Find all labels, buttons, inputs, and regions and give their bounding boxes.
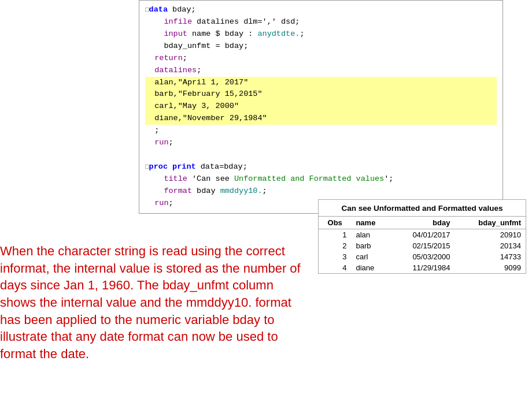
code-data-line: □data bday; [145, 4, 497, 16]
cell-bday: 11/29/1984 [391, 262, 455, 273]
code-bday-unfmt-line: bday_unfmt = bday; [145, 40, 497, 53]
format-var: bday [192, 187, 220, 195]
cell-bday-unfmt: 14733 [455, 251, 526, 262]
input-indent [145, 29, 164, 38]
infile-rest: datalines dlm=',' dsd; [192, 17, 300, 26]
code-datalines-line: datalines; [145, 65, 497, 77]
data-keyword: data [149, 5, 168, 14]
cell-bday: 05/03/2000 [391, 251, 455, 262]
run2-keyword: run [154, 199, 168, 207]
cell-name: carl [351, 251, 390, 262]
explanation-text: When the character string is read using … [0, 243, 312, 363]
collapse-icon[interactable]: □ [145, 6, 149, 13]
code-semicolon-line: ; [145, 125, 497, 137]
run1-semi: ; [169, 138, 173, 147]
code-blank-line [145, 149, 497, 161]
code-data-row3: carl,"May 3, 2000" [145, 101, 497, 113]
format-keyword: format [164, 187, 192, 195]
datalines-indent [145, 66, 154, 75]
return-semi: ; [183, 54, 187, 62]
code-return-line: return; [145, 53, 497, 65]
proc-keyword: proc [149, 162, 168, 171]
cell-bday-unfmt: 20134 [455, 240, 526, 251]
col-name-header: name [351, 217, 390, 229]
anydtdte-text: anydtdte. [257, 29, 300, 38]
col-obs-header: Obs [319, 217, 351, 229]
code-data-row1: alan,"April 1, 2017" [145, 77, 497, 89]
infile-text [145, 17, 164, 26]
code-data-row2: barb,"February 15,2015" [145, 88, 497, 101]
infile-keyword: infile [164, 17, 192, 26]
print-keyword: print [168, 162, 196, 171]
col-bday-unfmt-header: bday_unfmt [455, 217, 526, 229]
code-block: □data bday; infile datalines dlm=',' dsd… [139, 0, 503, 214]
table-row: 4 diane 11/29/1984 9099 [319, 262, 526, 273]
output-table: Obs name bday bday_unfmt 1 alan 04/01/20… [319, 216, 526, 273]
bday-unfmt-text: bday_unfmt = bday; [145, 42, 248, 50]
cell-bday-unfmt: 9099 [455, 262, 526, 273]
data-name-text: bday; [168, 5, 196, 14]
code-title-line: title 'Can see Unformatted and Formatted… [145, 173, 497, 185]
cell-name: alan [351, 229, 390, 241]
code-data-row4: diane,"November 29,1984" [145, 113, 497, 125]
code-infile-line: infile datalines dlm=',' dsd; [145, 16, 497, 28]
format-semi: ; [263, 187, 267, 195]
title-indent [145, 174, 164, 183]
cell-bday: 02/15/2015 [391, 240, 455, 251]
table-row: 1 alan 04/01/2017 20910 [319, 229, 526, 241]
format-indent [145, 187, 164, 195]
cell-bday-unfmt: 20910 [455, 229, 526, 241]
cell-obs: 2 [319, 240, 351, 251]
code-input-line: input name $ bday : anydtdte.; [145, 28, 497, 40]
table-row: 3 carl 05/03/2000 14733 [319, 251, 526, 262]
proc-data-text: data=bday; [196, 162, 247, 171]
table-header-row: Obs name bday bday_unfmt [319, 217, 526, 229]
title-colored: Unformatted and Formatted values [234, 174, 384, 183]
title-keyword: title [164, 174, 187, 183]
title-rest: 'Can see [187, 174, 234, 183]
code-format-line: format bday mmddyy10.; [145, 185, 497, 198]
output-table-container: Can see Unformatted and Formatted values… [318, 199, 526, 274]
datalines-semi: ; [197, 66, 201, 75]
cell-name: barb [351, 240, 390, 251]
input-rest: name $ bday : [187, 29, 258, 38]
cell-obs: 1 [319, 229, 351, 241]
return-keyword: return [154, 54, 183, 62]
return-indent [145, 54, 154, 62]
code-run1-line: run; [145, 137, 497, 149]
run1-indent [145, 138, 154, 147]
cell-name: diane [351, 262, 390, 273]
cell-obs: 3 [319, 251, 351, 262]
input-keyword: input [164, 29, 187, 38]
run1-keyword: run [154, 138, 168, 147]
collapse-icon2[interactable]: □ [145, 163, 149, 170]
datalines-keyword: datalines [154, 66, 197, 75]
run2-semi: ; [169, 199, 173, 207]
input-semi: ; [300, 29, 304, 38]
code-proc-line: □proc print data=bday; [145, 161, 497, 173]
format-name: mmddyy10. [220, 187, 263, 195]
title-end: '; [384, 174, 393, 183]
table-row: 2 barb 02/15/2015 20134 [319, 240, 526, 251]
cell-bday: 04/01/2017 [391, 229, 455, 241]
cell-obs: 4 [319, 262, 351, 273]
col-bday-header: bday [391, 217, 455, 229]
run2-indent [145, 199, 154, 207]
output-title: Can see Unformatted and Formatted values [319, 200, 526, 216]
